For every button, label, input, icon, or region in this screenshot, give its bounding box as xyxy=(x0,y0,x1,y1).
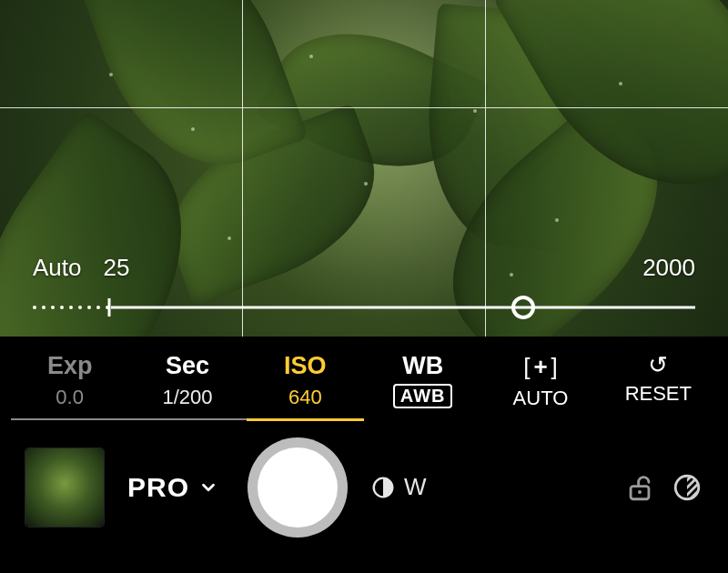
pro-controls-row: Exp 0.0 Sec 1/200 ISO 640 WB AWB [+] AUT… xyxy=(0,337,728,428)
awb-badge: AWB xyxy=(393,384,453,408)
param-exposure-label: Exp xyxy=(11,353,128,380)
param-shutter[interactable]: Sec 1/200 xyxy=(128,349,246,420)
lens-switch[interactable]: W xyxy=(369,473,427,501)
viewfinder[interactable]: Auto 25 2000 xyxy=(0,0,728,337)
reset-button[interactable]: ↻ RESET xyxy=(600,349,717,415)
filters-icon xyxy=(672,472,703,503)
iso-scale-min-label: 25 xyxy=(104,254,130,282)
param-iso-label: ISO xyxy=(247,353,364,380)
iso-slider-range xyxy=(111,307,695,309)
param-focus[interactable]: [+] AUTO xyxy=(481,349,599,419)
param-exposure[interactable]: Exp 0.0 xyxy=(11,349,128,420)
mode-selector[interactable]: PRO xyxy=(120,472,226,503)
iso-scale: Auto 25 2000 xyxy=(33,254,695,309)
filters-button[interactable] xyxy=(672,472,703,503)
lock-toggle[interactable] xyxy=(624,472,655,503)
gallery-thumbnail[interactable] xyxy=(25,448,104,527)
bottom-bar: PRO W xyxy=(0,428,728,558)
param-wb-label: WB xyxy=(364,353,481,380)
reset-label: RESET xyxy=(600,382,717,406)
svg-point-2 xyxy=(638,490,642,494)
iso-slider-track[interactable] xyxy=(33,306,695,309)
iso-scale-max-label: 2000 xyxy=(642,254,695,282)
shutter-button[interactable] xyxy=(248,437,348,538)
undo-icon: ↻ xyxy=(648,353,668,377)
param-iso[interactable]: ISO 640 xyxy=(247,349,364,421)
camera-app: Auto 25 2000 Exp 0.0 Sec xyxy=(0,0,728,573)
param-white-balance[interactable]: WB AWB xyxy=(364,349,481,417)
focus-bracket-icon: [+] xyxy=(523,353,558,381)
iso-slider-auto-segment xyxy=(33,306,109,309)
lens-label: W xyxy=(404,473,427,501)
iso-scale-auto-label: Auto xyxy=(33,254,82,282)
chevron-down-icon xyxy=(198,478,218,498)
mode-label: PRO xyxy=(127,472,189,503)
param-focus-value: AUTO xyxy=(481,387,599,410)
iso-slider-handle[interactable] xyxy=(511,296,535,319)
unlock-icon xyxy=(624,472,655,503)
param-exposure-value: 0.0 xyxy=(11,386,128,409)
param-shutter-label: Sec xyxy=(128,353,246,380)
param-shutter-value: 1/200 xyxy=(128,386,246,409)
grid-line xyxy=(0,107,728,108)
lens-icon xyxy=(369,474,397,501)
param-iso-value: 640 xyxy=(247,386,364,409)
